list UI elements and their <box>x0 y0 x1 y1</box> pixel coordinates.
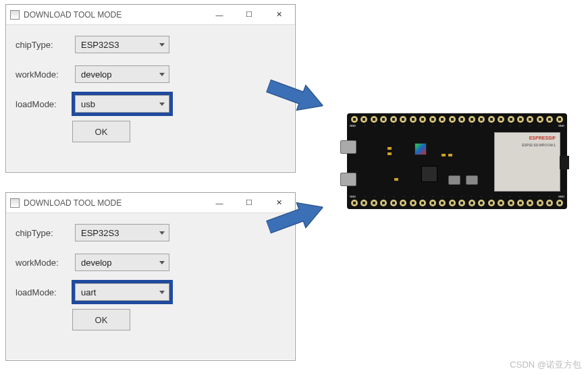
loadmode-value: uart <box>81 287 96 297</box>
usb-port-icon <box>340 140 356 154</box>
pin-hole-icon <box>527 116 533 123</box>
pin-hole-icon <box>419 116 426 123</box>
pin-hole-icon <box>458 200 465 206</box>
pin-label: GND <box>350 195 356 198</box>
maximize-button[interactable]: ☐ <box>234 5 264 24</box>
pin-label: · <box>374 195 375 198</box>
workmode-value: develop <box>81 69 112 80</box>
download-tool-dialog-usb: DOWNLOAD TOOL MODE — ☐ ✕ chipType: ESP32… <box>5 4 296 173</box>
chevron-down-icon <box>159 261 165 264</box>
pin-hole-icon <box>410 200 417 206</box>
app-icon <box>10 198 20 208</box>
pin-label: · <box>491 195 491 198</box>
smd-icon <box>387 147 392 150</box>
module-name: ESP32-S3-WROOM-1 <box>495 143 560 147</box>
pin-label: · <box>539 124 539 127</box>
esp-module: ESPRESSIF ESP32-S3-WROOM-1 <box>494 132 560 192</box>
pin-hole-icon <box>380 116 387 123</box>
esp32s3-devboard: GND····················GND GND··········… <box>338 104 581 219</box>
chevron-down-icon <box>159 73 165 76</box>
titlebar[interactable]: DOWNLOAD TOOL MODE — ☐ ✕ <box>6 193 295 213</box>
app-icon <box>10 10 20 20</box>
maximize-button[interactable]: ☐ <box>234 194 264 212</box>
pin-label: · <box>413 124 414 127</box>
loadmode-label: loadMode: <box>16 287 70 297</box>
pin-hole-icon <box>478 200 485 206</box>
pin-hole-icon <box>390 116 397 123</box>
pin-hole-icon <box>556 116 563 123</box>
pin-hole-icon <box>469 116 475 123</box>
pin-hole-icon <box>517 116 524 123</box>
ok-button[interactable]: OK <box>72 309 130 330</box>
chiptype-select[interactable]: ESP32S3 <box>75 36 169 53</box>
window-title: DOWNLOAD TOOL MODE <box>24 198 205 208</box>
pin-label: · <box>462 195 462 198</box>
minimize-button[interactable]: — <box>205 5 234 24</box>
pin-label: · <box>539 195 539 198</box>
pin-labels-bottom: GND····················GND <box>347 195 567 198</box>
pin-hole-icon <box>371 116 377 123</box>
pin-label: · <box>423 195 423 198</box>
workmode-label: workMode: <box>16 258 70 268</box>
pin-label: · <box>510 124 510 127</box>
chevron-down-icon <box>159 291 165 294</box>
pin-hole-icon <box>419 200 426 206</box>
download-tool-dialog-uart: DOWNLOAD TOOL MODE — ☐ ✕ chipType: ESP32… <box>5 192 296 361</box>
chiptype-value: ESP32S3 <box>81 40 119 50</box>
minimize-button[interactable]: — <box>205 194 234 212</box>
workmode-select[interactable]: develop <box>75 65 169 83</box>
loadmode-value: usb <box>81 99 95 109</box>
pin-hole-icon <box>498 116 504 123</box>
chip-icon <box>421 166 437 182</box>
pin-label: · <box>403 124 404 127</box>
rgb-led-icon <box>415 143 427 155</box>
pin-hole-icon <box>537 200 543 206</box>
pin-hole-icon <box>449 116 456 123</box>
pin-header-top <box>347 116 567 123</box>
pin-label: · <box>500 195 501 198</box>
close-button[interactable]: ✕ <box>264 5 294 24</box>
chiptype-select[interactable]: ESP32S3 <box>75 224 169 241</box>
usb-port-icon <box>340 173 356 186</box>
window-buttons: — ☐ ✕ <box>205 5 294 24</box>
reset-button-icon <box>466 175 478 185</box>
chiptype-value: ESP32S3 <box>81 228 119 238</box>
watermark: CSDN @诺亚方包 <box>510 359 581 371</box>
chiptype-label: chipType: <box>16 228 70 238</box>
pin-label: · <box>374 124 375 127</box>
pin-label: · <box>413 195 414 198</box>
row-chiptype: chipType: ESP32S3 <box>6 220 295 246</box>
pin-label: · <box>433 195 433 198</box>
workmode-select[interactable]: develop <box>75 254 169 271</box>
pin-hole-icon <box>527 200 533 206</box>
pin-label: · <box>529 195 530 198</box>
pin-label: · <box>384 195 385 198</box>
loadmode-label: loadMode: <box>16 99 70 109</box>
pin-hole-icon <box>400 116 406 123</box>
pin-hole-icon <box>478 116 485 123</box>
pin-hole-icon <box>360 116 367 123</box>
module-brand: ESPRESSIF <box>495 133 560 143</box>
loadmode-select[interactable]: uart <box>75 283 169 301</box>
pin-label: · <box>471 195 472 198</box>
pin-label: · <box>549 124 550 127</box>
chevron-down-icon <box>159 103 165 106</box>
pin-hole-icon <box>439 116 446 123</box>
pin-hole-icon <box>351 200 358 206</box>
pin-label: · <box>500 124 501 127</box>
titlebar[interactable]: DOWNLOAD TOOL MODE — ☐ ✕ <box>6 5 295 25</box>
row-workmode: workMode: develop <box>6 61 295 87</box>
loadmode-select[interactable]: usb <box>75 95 169 113</box>
pin-hole-icon <box>351 116 358 123</box>
pin-label: · <box>394 124 394 127</box>
pin-hole-icon <box>449 200 456 206</box>
ok-button[interactable]: OK <box>72 121 130 142</box>
pin-hole-icon <box>508 116 514 123</box>
row-chiptype: chipType: ESP32S3 <box>6 32 295 57</box>
pin-label: GND <box>558 124 564 127</box>
pin-label: · <box>471 124 472 127</box>
pin-hole-icon <box>429 200 436 206</box>
pin-label: · <box>462 124 462 127</box>
smd-icon <box>442 154 446 156</box>
pin-hole-icon <box>488 116 495 123</box>
